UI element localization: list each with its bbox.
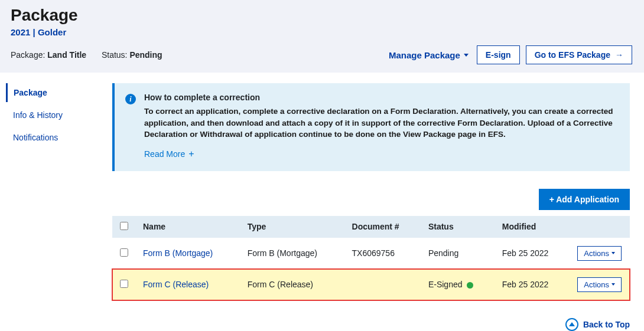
application-name-link[interactable]: Form C (Release) — [143, 280, 209, 289]
row-checkbox[interactable] — [120, 280, 128, 288]
go-to-efs-label: Go to EFS Package — [535, 50, 610, 60]
plus-icon: + — [188, 149, 194, 159]
sidebar-item-package[interactable]: Package — [6, 83, 112, 102]
go-to-efs-button[interactable]: Go to EFS Package → — [526, 45, 632, 64]
info-box: i How to complete a correction To correc… — [112, 83, 630, 171]
info-title: How to complete a correction — [144, 93, 618, 102]
col-type: Type — [240, 216, 345, 238]
application-modified: Feb 25 2022 — [495, 238, 571, 269]
chevron-down-icon — [612, 283, 615, 286]
package-value: Land Title — [47, 50, 86, 60]
row-checkbox[interactable] — [120, 248, 128, 257]
arrow-up-icon — [565, 318, 578, 331]
col-actions — [570, 216, 630, 238]
info-icon: i — [125, 94, 136, 104]
col-doc: Document # — [345, 216, 421, 238]
application-doc — [345, 269, 421, 300]
read-more-label: Read More — [144, 149, 185, 159]
application-doc: TX6069756 — [345, 238, 421, 269]
status-dot-icon — [467, 282, 473, 289]
info-body: To correct an application, complete a co… — [144, 106, 618, 140]
row-actions-button[interactable]: Actions — [577, 246, 622, 261]
esign-button[interactable]: E-sign — [477, 45, 520, 64]
col-modified: Modified — [495, 216, 571, 238]
application-name-link[interactable]: Form B (Mortgage) — [143, 248, 213, 258]
package-meta: Package: Land Title Status: Pending — [11, 50, 162, 60]
back-to-top-label: Back to Top — [583, 320, 630, 329]
col-name: Name — [136, 216, 240, 238]
col-checkbox — [112, 216, 136, 238]
package-label: Package: — [11, 50, 45, 60]
back-to-top-button[interactable]: Back to Top — [565, 318, 630, 331]
sidebar-item-notifications[interactable]: Notifications — [6, 128, 112, 147]
page-subtitle: 2021 | Golder — [11, 27, 632, 37]
application-status: E-Signed — [421, 269, 495, 300]
application-type: Form B (Mortgage) — [240, 238, 345, 269]
application-status: Pending — [421, 238, 495, 269]
read-more-button[interactable]: Read More + — [144, 149, 194, 159]
table-row: Form C (Release)Form C (Release)E-Signed… — [112, 269, 630, 300]
applications-table: Name Type Document # Status Modified For… — [112, 216, 630, 300]
arrow-right-icon: → — [615, 50, 623, 60]
col-status: Status — [421, 216, 495, 238]
status-label: Status: — [102, 50, 128, 60]
row-actions-button[interactable]: Actions — [577, 277, 622, 292]
manage-package-button[interactable]: Manage Package — [386, 47, 471, 64]
sidebar-item-info-history[interactable]: Info & History — [6, 106, 112, 124]
manage-package-label: Manage Package — [389, 50, 460, 60]
table-row: Form B (Mortgage)Form B (Mortgage)TX6069… — [112, 238, 630, 269]
chevron-down-icon — [612, 252, 615, 254]
status-value: Pending — [129, 50, 162, 60]
application-type: Form C (Release) — [240, 269, 345, 300]
chevron-down-icon — [464, 54, 469, 57]
page-title: Package — [11, 6, 632, 25]
add-application-button[interactable]: + Add Application — [539, 189, 630, 210]
application-modified: Feb 25 2022 — [495, 269, 571, 300]
sidebar: PackageInfo & HistoryNotifications — [0, 83, 112, 300]
select-all-checkbox[interactable] — [120, 222, 128, 230]
